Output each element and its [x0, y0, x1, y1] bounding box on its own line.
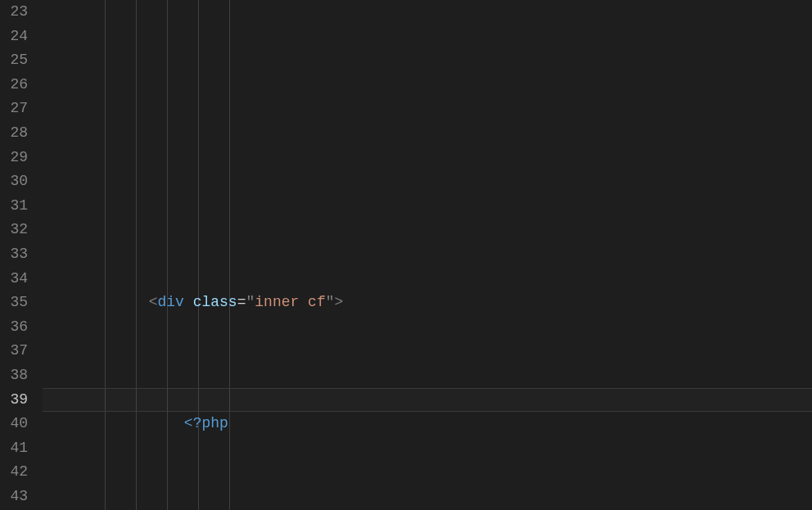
line-number: 43 — [0, 485, 28, 509]
line-number: 35 — [0, 291, 28, 315]
code-area[interactable]: <div class="inner cf"> <?php $url_home =… — [43, 0, 812, 510]
line-number: 33 — [0, 242, 28, 267]
line-number: 37 — [0, 339, 28, 363]
indent-guide — [229, 0, 230, 510]
line-number: 36 — [0, 315, 28, 340]
line-number: 25 — [0, 48, 28, 73]
line-number: 30 — [0, 169, 28, 194]
line-number: 42 — [0, 460, 28, 485]
line-number: 29 — [0, 146, 28, 170]
code-line[interactable]: <?php — [43, 412, 812, 436]
active-line-highlight — [43, 388, 812, 413]
line-number: 23 — [0, 0, 28, 25]
line-number: 31 — [0, 194, 28, 219]
line-number: 40 — [0, 412, 28, 436]
code-line[interactable]: <div class="inner cf"> — [43, 291, 812, 315]
line-number: 32 — [0, 218, 28, 242]
code-editor[interactable]: 23 24 25 26 27 28 29 30 31 32 33 34 35 3… — [0, 0, 812, 510]
line-number: 34 — [0, 267, 28, 291]
line-number: 26 — [0, 73, 28, 97]
line-number: 24 — [0, 25, 28, 49]
line-number: 38 — [0, 363, 28, 388]
line-number-active: 39 — [0, 388, 28, 413]
line-number-gutter: 23 24 25 26 27 28 29 30 31 32 33 34 35 3… — [0, 0, 43, 510]
line-number: 41 — [0, 436, 28, 461]
line-number: 28 — [0, 121, 28, 146]
line-number: 27 — [0, 97, 28, 121]
code-line[interactable] — [43, 169, 812, 194]
